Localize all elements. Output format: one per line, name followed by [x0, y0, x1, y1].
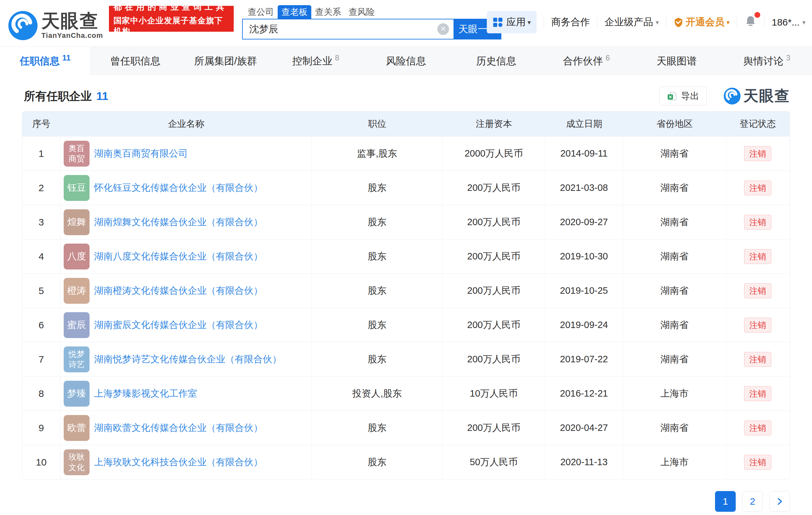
- tab-2[interactable]: 曾任职信息: [90, 47, 180, 75]
- serial-number: 5: [38, 285, 44, 296]
- profile-tabs: 任职信息11曾任职信息所属集团/族群控制企业8风险信息历史信息合作伙伴6天眼图谱…: [0, 47, 812, 75]
- company-logo-text: 诗艺: [68, 359, 85, 370]
- status-badge: 注销: [744, 421, 771, 435]
- column-header-2: 企业名称: [60, 118, 312, 130]
- serial-cell: 3: [22, 205, 60, 239]
- company-link[interactable]: 湖南蜜辰文化传媒合伙企业（有限合伙）: [94, 319, 263, 331]
- founded-date-cell-text: 2021-03-08: [560, 183, 608, 193]
- nav-vip-membership[interactable]: 开通会员 ▾: [673, 16, 730, 29]
- search-tab-3[interactable]: 查关系: [311, 5, 345, 19]
- position-cell: 监事,股东: [312, 137, 442, 170]
- company-link[interactable]: 湖南橙涛文化传媒合伙企业（有限合伙）: [94, 285, 263, 297]
- column-header-1: 序号: [22, 118, 60, 130]
- company-link[interactable]: 湖南欧蕾文化传媒合伙企业（有限合伙）: [94, 422, 263, 434]
- divider: [666, 17, 666, 28]
- status-badge: 注销: [744, 352, 771, 367]
- serial-cell: 10: [22, 445, 60, 479]
- status-cell: 注销: [726, 137, 789, 170]
- notifications-button[interactable]: [744, 15, 757, 30]
- site-logo[interactable]: 天眼查 TianYanCha.com: [8, 4, 103, 47]
- pagination: 12: [22, 491, 790, 512]
- company-link[interactable]: 湖南八度文化传媒合伙企业（有限合伙）: [94, 250, 263, 263]
- vip-crown-icon: [673, 17, 684, 27]
- company-link[interactable]: 上海梦臻影视文化工作室: [94, 387, 197, 400]
- company-cell: 奥百商贸湖南奥百商贸有限公司: [60, 137, 312, 170]
- watermark-label: 天眼查: [744, 86, 790, 106]
- search-bar: × 天眼一下: [242, 19, 501, 39]
- capital-cell: 200万人民币: [442, 342, 545, 376]
- tab-8[interactable]: 天眼图谱: [632, 47, 722, 75]
- company-link[interactable]: 湖南奥百商贸有限公司: [94, 147, 188, 160]
- position-cell-text: 股东: [368, 319, 386, 332]
- search-input[interactable]: [249, 24, 437, 35]
- capital-cell: 10万人民币: [442, 377, 545, 410]
- company-link[interactable]: 湖南煌舞文化传媒合伙企业（有限合伙）: [94, 216, 263, 228]
- company-logo-text: 欧蕾: [67, 423, 86, 433]
- tab-5[interactable]: 风险信息: [361, 47, 451, 75]
- founded-date-cell: 2019-10-30: [545, 239, 623, 273]
- search-input-wrap: ×: [242, 19, 454, 39]
- company-logo-text: 玫耿: [68, 452, 85, 462]
- tab-1[interactable]: 任职信息11: [0, 47, 90, 75]
- nav-enterprise-products[interactable]: 企业级产品 ▾: [605, 16, 659, 29]
- region-cell: 湖南省: [623, 411, 726, 445]
- serial-number: 8: [38, 388, 44, 399]
- nav-business-cooperation[interactable]: 商务合作: [551, 16, 590, 29]
- tab-3[interactable]: 所属集团/族群: [180, 47, 270, 75]
- founded-date-cell-text: 2019-10-25: [560, 285, 608, 296]
- apps-menu[interactable]: 应用 ▾: [487, 11, 536, 33]
- export-button[interactable]: 导出: [660, 87, 706, 105]
- region-cell: 湖南省: [623, 239, 726, 273]
- region-cell: 上海市: [623, 377, 726, 410]
- founded-date-cell-text: 2019-09-24: [560, 320, 608, 330]
- column-header-6: 省份地区: [623, 118, 726, 130]
- status-cell: 注销: [726, 239, 789, 273]
- account-label: 186*...: [772, 17, 800, 28]
- table-row: 6蜜辰湖南蜜辰文化传媒合伙企业（有限合伙）股东200万人民币2019-09-24…: [22, 308, 790, 342]
- company-logo-text: 钰豆: [67, 183, 86, 193]
- tab-6[interactable]: 历史信息: [451, 47, 542, 75]
- table-row: 7悦梦诗艺湖南悦梦诗艺文化传媒合伙企业（有限合伙）股东200万人民币2019-0…: [22, 342, 790, 376]
- tab-7[interactable]: 合作伙伴6: [542, 47, 632, 75]
- founded-date-cell: 2021-03-08: [545, 171, 623, 205]
- capital-cell-text: 200万人民币: [467, 422, 520, 434]
- company-cell: 钰豆怀化钰豆文化传媒合伙企业（有限合伙）: [60, 171, 312, 205]
- page-2-button[interactable]: 2: [742, 491, 763, 512]
- account-menu[interactable]: 186*... ▾: [772, 17, 806, 28]
- capital-cell-text: 200万人民币: [467, 250, 520, 263]
- search-tab-2[interactable]: 查老板: [278, 5, 311, 19]
- status-cell: 注销: [726, 411, 789, 445]
- table-row: 5橙涛湖南橙涛文化传媒合伙企业（有限合伙）股东200万人民币2019-10-25…: [22, 273, 790, 308]
- clear-icon[interactable]: ×: [437, 23, 449, 35]
- tab-4[interactable]: 控制企业8: [270, 47, 361, 75]
- status-badge: 注销: [744, 215, 771, 230]
- company-logo: 欧蕾: [64, 415, 90, 441]
- next-page-button[interactable]: [769, 491, 790, 512]
- founded-date-cell-text: 2020-04-27: [560, 423, 608, 433]
- slogan-line1: 都 在 用 的 商 业 查 询 工 具: [113, 1, 229, 12]
- serial-cell: 9: [22, 411, 60, 445]
- status-cell: 注销: [726, 377, 789, 410]
- company-link[interactable]: 上海玫耿文化科技合伙企业（有限合伙）: [94, 456, 263, 468]
- serial-cell: 4: [22, 239, 60, 273]
- position-cell: 股东: [312, 342, 442, 376]
- company-logo: 梦臻: [64, 381, 90, 407]
- excel-icon: [667, 91, 677, 101]
- capital-cell: 200万人民币: [442, 171, 545, 205]
- capital-cell: 200万人民币: [442, 205, 545, 239]
- company-link[interactable]: 怀化钰豆文化传媒合伙企业（有限合伙）: [94, 182, 263, 194]
- section-count: 11: [96, 90, 108, 103]
- company-logo-text: 奥百: [68, 143, 85, 153]
- main-content: 所有任职企业 11 导出 天眼查 序: [0, 86, 812, 512]
- search-tab-1[interactable]: 查公司: [244, 5, 278, 19]
- serial-cell: 5: [22, 274, 60, 308]
- page-1-button[interactable]: 1: [715, 491, 736, 512]
- company-logo-text: 煌舞: [67, 217, 86, 227]
- founded-date-cell: 2019-07-22: [545, 342, 623, 376]
- serial-cell: 7: [22, 342, 60, 376]
- region-cell-text: 湖南省: [660, 250, 689, 263]
- company-link[interactable]: 湖南悦梦诗艺文化传媒合伙企业（有限合伙）: [94, 353, 282, 365]
- search-tab-4[interactable]: 查风险: [345, 5, 379, 19]
- capital-cell-text: 50万人民币: [470, 456, 518, 469]
- tab-9[interactable]: 舆情讨论3: [722, 47, 812, 75]
